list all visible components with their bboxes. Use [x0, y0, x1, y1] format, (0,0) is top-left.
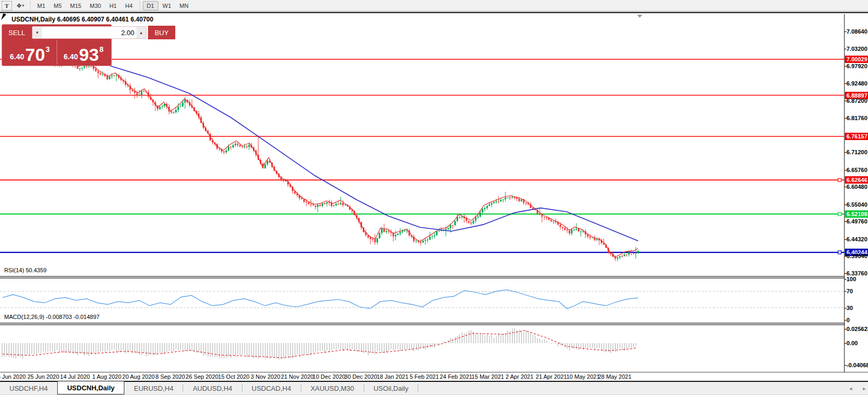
axis-price-label: 0 [846, 317, 850, 323]
axis-price-label: 6.71200 [846, 149, 867, 155]
axis-price-label: 0.025623 [846, 326, 868, 332]
tab-audusd-h4[interactable]: AUDUSD,H4 [183, 382, 241, 394]
toolbar-separator [140, 2, 140, 10]
date-label: 20 Aug 2020 [122, 373, 155, 380]
axis-level-label: 6.52108 [845, 210, 868, 218]
buy-price-point: 8 [99, 45, 103, 54]
axis-price-label: 7.08640 [846, 28, 867, 35]
tab-usdcad-h4[interactable]: USDCAD,H4 [242, 382, 301, 394]
date-label: 6 Jun 2020 [0, 373, 26, 380]
date-label: 10 May 2021 [566, 373, 600, 380]
text-tool-button[interactable]: T [2, 1, 12, 10]
axis-price-label: 6.81760 [846, 115, 867, 121]
axis-price-label: 6.44320 [846, 236, 867, 242]
tab-usdchf-h4[interactable]: USDCHF,H4 [0, 382, 57, 394]
axis-price-label: 7.03200 [846, 46, 867, 52]
volume-decrease-button[interactable]: ▼ [33, 27, 42, 38]
date-label: 2 Apr 2021 [505, 373, 533, 380]
date-label: 25 Jun 2020 [27, 373, 59, 380]
price-chart-canvas[interactable] [0, 14, 868, 372]
sell-price-base: 6.40 [10, 52, 24, 61]
date-label: 21 Apr 2021 [536, 373, 567, 380]
date-label: 30 Dec 2020 [344, 373, 377, 380]
tab-separator [418, 385, 418, 392]
tab-usoil-daily[interactable]: USOil,Daily [364, 382, 418, 394]
top-toolbar: T ❖ ▾ M1M5M15M30H1H4D1W1MN [0, 0, 868, 12]
date-label: 8 Sep 2020 [155, 373, 185, 380]
axis-price-label: 6.39040 [846, 253, 867, 259]
timeframe-button-m30[interactable]: M30 [86, 1, 105, 10]
date-label: 1 Aug 2020 [92, 373, 122, 380]
volume-input[interactable] [42, 27, 136, 38]
axis-level-label: 7.00029 [845, 56, 868, 63]
timeframe-button-m15[interactable]: M15 [66, 1, 86, 10]
axis-price-label: -0.040687 [846, 362, 868, 368]
volume-stepper: ▼ ▲ [32, 26, 146, 39]
timeframe-button-d1[interactable]: D1 [143, 1, 158, 10]
timeframe-button-m5[interactable]: M5 [49, 1, 66, 10]
date-label: 28 May 2021 [598, 373, 632, 380]
axis-level-label: 6.76157 [845, 133, 868, 140]
volume-increase-button[interactable]: ▲ [136, 27, 146, 38]
axis-price-label: 6.55040 [846, 201, 867, 208]
tab-usdcnh-daily[interactable]: USDCNH,Daily [57, 381, 124, 394]
buy-button[interactable]: BUY [148, 26, 175, 39]
date-label: 10 Dec 2020 [313, 373, 345, 380]
sell-button[interactable]: SELL [3, 26, 30, 39]
axis-price-label: 0.00 [846, 340, 858, 346]
date-label: 21 Nov 2020 [281, 373, 313, 380]
timeframe-button-group: M1M5M15M30H1H4D1W1MN [33, 1, 193, 10]
axis-price-label: 6.65760 [846, 167, 867, 173]
toolbar-separator [30, 2, 30, 10]
buy-price[interactable]: 6.40 93 8 [57, 40, 111, 65]
axis-price-label: 6.97920 [846, 63, 867, 69]
buy-price-base: 6.40 [63, 52, 78, 61]
objects-icon: ❖ [16, 2, 22, 9]
axis-price-label: 6.87200 [846, 98, 867, 104]
chevron-down-icon: ▾ [22, 3, 24, 8]
date-label: 3 Nov 2020 [251, 373, 280, 380]
date-label: 5 Feb 2021 [410, 373, 439, 380]
axis-price-label: 70 [846, 288, 853, 294]
axis-price-label: 30 [846, 305, 853, 311]
objects-tool-button[interactable]: ❖ ▾ [13, 1, 27, 10]
axis-price-label: 6.49760 [846, 218, 867, 225]
chart-window: USDCNH,Daily 6.40695 6.40907 6.40461 6.4… [0, 12, 868, 395]
timeframe-button-h1[interactable]: H1 [105, 1, 121, 10]
tab-eurusd-h4[interactable]: EURUSD,H4 [124, 382, 183, 394]
date-label: 14 Jul 2020 [60, 373, 90, 380]
date-label: 15 Mar 2021 [472, 373, 504, 380]
macd-indicator-label: MACD(12,26,9) -0.008703 -0.014897 [4, 314, 100, 320]
date-label: 24 Feb 2021 [440, 373, 472, 380]
timeframe-button-mn[interactable]: MN [175, 1, 193, 10]
timeframe-button-h4[interactable]: H4 [121, 1, 136, 10]
tab-xauusd-m30[interactable]: XAUUSD,M30 [301, 382, 364, 394]
date-label: 18 Jan 2021 [377, 373, 409, 380]
sell-price-point: 3 [46, 45, 50, 54]
sell-price-pips: 70 [25, 46, 45, 63]
date-label: 26 Sep 2020 [186, 373, 218, 380]
buy-price-pips: 93 [79, 46, 99, 63]
timeframe-button-w1[interactable]: W1 [158, 1, 176, 10]
one-click-trade-panel: SELL ▼ ▲ BUY 6.40 70 3 6.40 93 8 [2, 24, 112, 66]
axis-price-label: 6.92480 [846, 80, 867, 87]
time-axis[interactable]: 6 Jun 202025 Jun 202014 Jul 20201 Aug 20… [0, 372, 868, 381]
axis-price-label: 100 [846, 276, 856, 282]
date-label: 15 Oct 2020 [218, 373, 250, 380]
tab-scroll-left-button[interactable]: ◄ [846, 385, 855, 393]
rsi-indicator-label: RSI(14) 50.4359 [4, 267, 47, 273]
tab-scroll-right-button[interactable]: ► [860, 385, 868, 393]
axis-price-label: 6.60480 [846, 184, 867, 190]
timeframe-button-m1[interactable]: M1 [33, 1, 49, 10]
axis-level-label: 6.62646 [845, 176, 868, 184]
sell-price[interactable]: 6.40 70 3 [3, 40, 57, 65]
chart-tab-bar: USDCHF,H4USDCNH,DailyEURUSD,H4AUDUSD,H4U… [0, 381, 868, 394]
